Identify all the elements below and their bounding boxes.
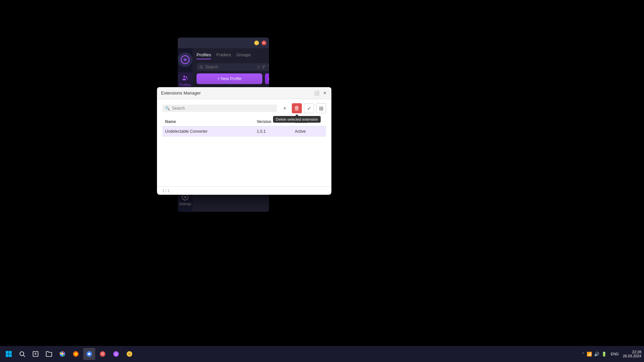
- extensions-manager-window: Extensions Manager ⬜ ✕ 🔍 + 🗑 Delete sele…: [157, 87, 331, 195]
- logo-icon: [180, 55, 190, 64]
- taskbar-clock[interactable]: 22:28 26.03.2024: [623, 350, 641, 358]
- folder-taskbar-button[interactable]: [43, 348, 55, 360]
- ext-search-box: 🔍: [162, 105, 277, 112]
- grid-view-button[interactable]: ⊞: [265, 73, 269, 84]
- table-header-row: Name Version Status: [162, 117, 326, 126]
- svg-rect-11: [6, 351, 9, 354]
- ext-toolbar: 🔍 + 🗑 Delete selected extension ✓ ⊞: [162, 103, 326, 113]
- close-button[interactable]: ✕: [262, 41, 266, 45]
- ext-body: 🔍 + 🗑 Delete selected extension ✓ ⊞ Name…: [157, 99, 331, 186]
- search-icons: [262, 65, 269, 69]
- svg-point-23: [74, 353, 77, 355]
- ext-search-icon: 🔍: [165, 106, 170, 111]
- svg-text:Y: Y: [128, 353, 130, 356]
- col-version: Version: [254, 117, 292, 126]
- tab-groups[interactable]: Groups: [236, 52, 251, 59]
- svg-rect-14: [9, 354, 12, 357]
- svg-rect-13: [6, 354, 9, 357]
- col-status: Status: [292, 117, 326, 126]
- red-app-icon: R: [99, 351, 106, 357]
- folder-icon: [46, 351, 52, 357]
- svg-point-5: [200, 66, 202, 68]
- svg-line-16: [23, 355, 25, 357]
- sidebar-settings-label: Settings: [179, 202, 191, 206]
- svg-rect-12: [9, 351, 12, 354]
- yellow-app-taskbar-button[interactable]: Y: [123, 348, 136, 360]
- layout-button[interactable]: ⊞: [316, 103, 326, 113]
- ext-footer: 1 / 1: [157, 186, 331, 195]
- ext-search-input[interactable]: [172, 106, 274, 111]
- tab-folders[interactable]: Folders: [216, 52, 231, 59]
- u-app-icon: U: [113, 351, 119, 357]
- svg-line-6: [202, 68, 203, 69]
- ext-close-button[interactable]: ✕: [322, 90, 327, 96]
- svg-point-1: [183, 76, 185, 78]
- svg-text:R: R: [101, 352, 104, 356]
- sort-icon[interactable]: [262, 65, 266, 69]
- profiles-icon: [181, 74, 189, 82]
- search-icon: [199, 65, 203, 69]
- search-taskbar-icon: [19, 351, 25, 357]
- chrome2-icon: [86, 351, 93, 357]
- clock-time: 22:28: [632, 350, 641, 354]
- ext-actions: + 🗑 Delete selected extension ✓ ⊞: [280, 103, 326, 113]
- search-count: 3: [258, 65, 260, 69]
- sidebar-item-profiles[interactable]: Profiles: [178, 72, 193, 89]
- clock-date: 26.03.2024: [623, 354, 641, 358]
- u-app-taskbar-button[interactable]: U: [110, 348, 122, 360]
- new-profile-row: + New Profile ⊞: [197, 73, 269, 84]
- filter-icon[interactable]: [268, 65, 269, 69]
- svg-text:U: U: [115, 352, 117, 356]
- chrome-icon: [59, 351, 66, 357]
- svg-marker-10: [269, 65, 269, 69]
- tabs-row: Profiles Folders Groups: [197, 52, 269, 59]
- svg-point-2: [185, 76, 187, 78]
- app-titlebar: — ✕: [178, 38, 269, 48]
- taskbar: R U Y ⌃ 📶 🔊 🔋 ENG 22:28 26.03.2024: [0, 346, 644, 362]
- search-taskbar-button[interactable]: [16, 348, 28, 360]
- taskbar-sys-icons: ⌃ 📶 🔊 🔋: [582, 352, 607, 357]
- add-extension-button[interactable]: +: [280, 103, 290, 113]
- files-taskbar-button[interactable]: [30, 348, 42, 360]
- minimize-button[interactable]: —: [254, 41, 259, 45]
- new-profile-button[interactable]: + New Profile: [197, 73, 262, 84]
- enable-extension-button[interactable]: ✓: [304, 103, 314, 113]
- tab-profiles[interactable]: Profiles: [197, 52, 211, 59]
- col-name: Name: [162, 117, 254, 126]
- chevron-up-icon[interactable]: ⌃: [582, 352, 585, 356]
- app-logo: [178, 52, 193, 67]
- network-icon: 📶: [587, 352, 592, 357]
- volume-icon: 🔊: [594, 352, 599, 357]
- ext-name-cell: Undetectable Converter: [162, 126, 254, 137]
- delete-extension-button[interactable]: 🗑 Delete selected extension: [292, 103, 302, 113]
- taskbar-left: R U Y: [3, 348, 136, 360]
- search-row: 3: [197, 63, 269, 71]
- sidebar-profiles-label: Profiles: [179, 83, 191, 87]
- svg-point-4: [184, 196, 186, 198]
- search-input[interactable]: [205, 65, 256, 69]
- extensions-table: Name Version Status Undetectable Convert…: [162, 117, 326, 137]
- ext-maximize-button[interactable]: ⬜: [314, 90, 319, 96]
- ext-window-title: Extensions Manager: [161, 90, 314, 96]
- files-icon: [32, 351, 39, 357]
- chrome2-taskbar-button[interactable]: [83, 348, 95, 360]
- windows-icon: [5, 351, 12, 357]
- red-app-taskbar-button[interactable]: R: [97, 348, 109, 360]
- chrome-taskbar-button[interactable]: [56, 348, 68, 360]
- ext-status-cell: Active: [292, 126, 326, 137]
- ext-version-cell: 1.0.1: [254, 126, 292, 137]
- ext-titlebar: Extensions Manager ⬜ ✕: [157, 87, 331, 99]
- pagination-info: 1 / 1: [162, 189, 169, 193]
- ext-window-buttons: ⬜ ✕: [314, 90, 327, 96]
- table-row[interactable]: Undetectable Converter 1.0.1 Active: [162, 126, 326, 137]
- firefox-icon: [72, 351, 79, 357]
- firefox-taskbar-button[interactable]: [70, 348, 82, 360]
- yellow-app-icon: Y: [126, 351, 133, 357]
- windows-start-button[interactable]: [3, 348, 15, 360]
- battery-icon: 🔋: [601, 352, 607, 357]
- language-indicator: ENG: [611, 352, 619, 356]
- svg-point-15: [20, 352, 24, 356]
- taskbar-right: ⌃ 📶 🔊 🔋 ENG 22:28 26.03.2024: [582, 350, 641, 358]
- svg-point-25: [88, 353, 91, 355]
